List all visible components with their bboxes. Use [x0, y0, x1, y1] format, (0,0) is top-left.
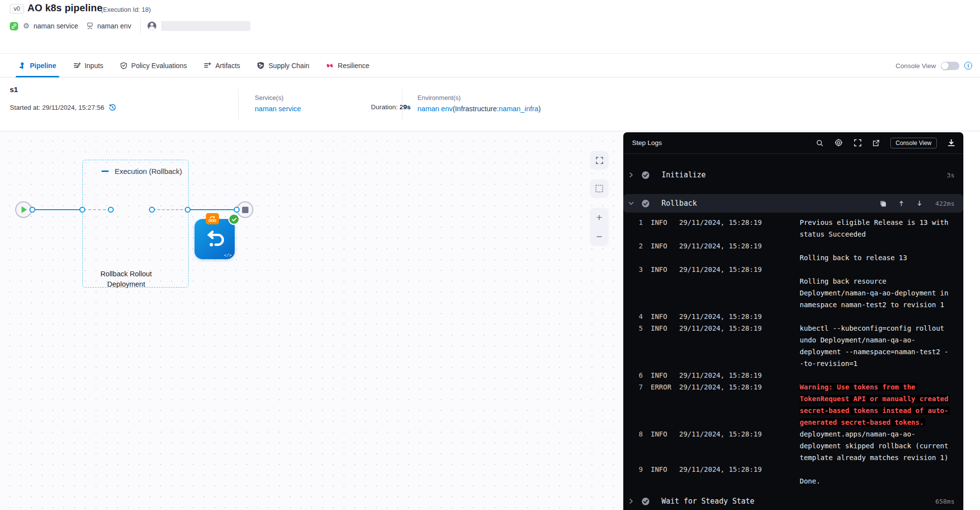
tab-policy-evaluations[interactable]: Policy Evaluations — [120, 54, 187, 77]
step-node-label: Rollback Rollout Deployment — [91, 269, 162, 290]
pipeline-icon — [19, 62, 26, 70]
log-level: INFO — [651, 217, 676, 228]
copy-logs-icon[interactable] — [880, 200, 886, 207]
header-divider — [140, 19, 141, 33]
rollback-step-node[interactable]: </> — [195, 219, 235, 259]
edge-start-to-group — [32, 209, 82, 210]
settings-gear-icon[interactable] — [834, 138, 843, 147]
zoom-in-button[interactable]: + — [596, 212, 602, 222]
gear-icon: ⚙ — [23, 22, 29, 30]
success-check-icon — [641, 199, 650, 208]
section-duration: 422ms — [935, 200, 955, 207]
tab-inputs[interactable]: Inputs — [73, 54, 103, 77]
log-timestamp: 29/11/2024, 15:28:19 — [679, 463, 772, 475]
pipeline-title: AO k8s pipeline — [27, 2, 102, 14]
log-line-number: 2 — [623, 240, 643, 252]
log-section-rollback[interactable]: Rollback 422ms — [623, 194, 963, 213]
log-section-wait-for-steady-state[interactable]: Wait for Steady State 658ms — [623, 492, 963, 510]
services-label: Service(s) — [255, 94, 301, 101]
success-check-icon — [641, 497, 650, 506]
log-timestamp: 29/11/2024, 15:28:19 — [679, 240, 772, 252]
section-name: Rollback — [662, 199, 697, 208]
section-duration: 3s — [947, 171, 955, 179]
collapse-group-icon[interactable] — [101, 170, 109, 172]
section-duration: 658ms — [935, 498, 955, 505]
scroll-up-icon[interactable] — [898, 200, 905, 207]
infrastructure-prefix: (Infrastructure: — [453, 105, 499, 113]
log-timestamp: 29/11/2024, 15:28:19 — [679, 428, 772, 440]
infrastructure-suffix: ) — [539, 105, 541, 113]
user-avatar-icon — [147, 22, 156, 30]
search-icon[interactable] — [816, 139, 824, 147]
log-message: kubectl --kubeconfig=config rolloutundo … — [800, 322, 955, 369]
code-glyph: </> — [224, 253, 232, 258]
log-message: deployment.apps/naman-qa-ao-deployment s… — [800, 428, 955, 463]
log-row: 2INFO29/11/2024, 15:28:19 Rolling back t… — [623, 240, 963, 264]
log-level: INFO — [651, 369, 676, 381]
log-timestamp: 29/11/2024, 15:28:19 — [679, 264, 772, 275]
tab-pipeline[interactable]: Pipeline — [19, 54, 56, 77]
log-level: INFO — [651, 240, 676, 252]
log-message — [800, 369, 955, 381]
connector-dot — [79, 207, 85, 213]
edge-group-to-end — [188, 209, 237, 210]
canvas-select-button[interactable] — [590, 179, 609, 198]
stage-summary-bar: s1 Started at: 29/11/2024, 15:27:56 Dura… — [0, 77, 980, 131]
log-level: INFO — [651, 463, 676, 475]
fullscreen-icon — [595, 156, 604, 165]
log-line-number: 7 — [623, 381, 643, 393]
info-icon[interactable]: i — [964, 62, 972, 70]
log-line-number: 1 — [623, 217, 643, 228]
environment-icon — [86, 22, 94, 30]
rollback-arrow-icon — [203, 228, 226, 250]
log-message: Done. — [800, 463, 955, 487]
log-row: 6INFO29/11/2024, 15:28:19 — [623, 369, 963, 381]
log-message: Rolling back resourceDeployment/naman-qa… — [800, 264, 955, 311]
console-view-button[interactable]: Console View — [890, 138, 937, 148]
tab-supply-chain[interactable]: Supply Chain — [257, 54, 309, 77]
tab-artifacts[interactable]: Artifacts — [203, 54, 240, 77]
scroll-down-icon[interactable] — [916, 200, 923, 207]
step-success-icon — [228, 214, 240, 225]
header-tags-row: ⚙ naman service naman env — [10, 20, 250, 32]
environment-link[interactable]: naman env — [417, 105, 453, 113]
chevron-right-icon — [628, 498, 634, 504]
user-email-redacted — [161, 21, 250, 31]
log-timestamp: 29/11/2024, 15:28:19 — [679, 381, 772, 393]
log-line-number: 6 — [623, 369, 643, 381]
console-view-toggle-label: Console View — [896, 62, 936, 70]
log-timestamp: 29/11/2024, 15:28:19 — [679, 311, 772, 322]
play-icon — [22, 206, 27, 213]
environments-label: Environment(s) — [417, 94, 540, 101]
service-tag: naman service — [33, 22, 78, 30]
log-level: INFO — [651, 322, 676, 334]
success-check-icon — [641, 171, 650, 179]
pipeline-canvas[interactable]: Execution (Rollback) </> Rollback R — [0, 131, 623, 510]
log-message: Previous eligible Release is 13 withstat… — [800, 217, 955, 240]
download-logs-icon[interactable] — [947, 139, 956, 147]
log-line-number: 3 — [623, 264, 643, 275]
resilience-icon — [326, 62, 334, 70]
expand-panel-icon[interactable] — [854, 139, 862, 147]
console-view-toggle[interactable] — [941, 62, 959, 70]
section-name: Wait for Steady State — [662, 497, 755, 506]
history-icon[interactable] — [108, 103, 117, 112]
log-section-initialize[interactable]: Initialize 3s — [623, 166, 963, 184]
canvas-fullscreen-button[interactable] — [590, 151, 609, 170]
connector-dot — [149, 207, 155, 213]
open-in-new-icon[interactable] — [872, 139, 880, 147]
log-line-number: 4 — [623, 311, 643, 322]
log-timestamp: 29/11/2024, 15:28:19 — [679, 217, 772, 228]
log-entries: 1INFO29/11/2024, 15:28:19Previous eligib… — [623, 217, 963, 487]
log-line-number: 8 — [623, 428, 643, 440]
environment-tag: naman env — [98, 22, 131, 30]
execution-header: v0 AO k8s pipeline (Execution Id: 18) ⚙ … — [0, 0, 980, 54]
log-line-number: 9 — [623, 463, 643, 475]
group-label: Execution (Rollback) — [115, 167, 182, 175]
log-timestamp: 29/11/2024, 15:28:19 — [679, 369, 772, 381]
tab-resilience[interactable]: Resilience — [326, 54, 369, 77]
service-link[interactable]: naman service — [255, 105, 301, 113]
infrastructure-link[interactable]: naman_infra — [499, 105, 539, 113]
zoom-out-button[interactable]: − — [596, 231, 602, 242]
log-level: INFO — [651, 311, 676, 322]
